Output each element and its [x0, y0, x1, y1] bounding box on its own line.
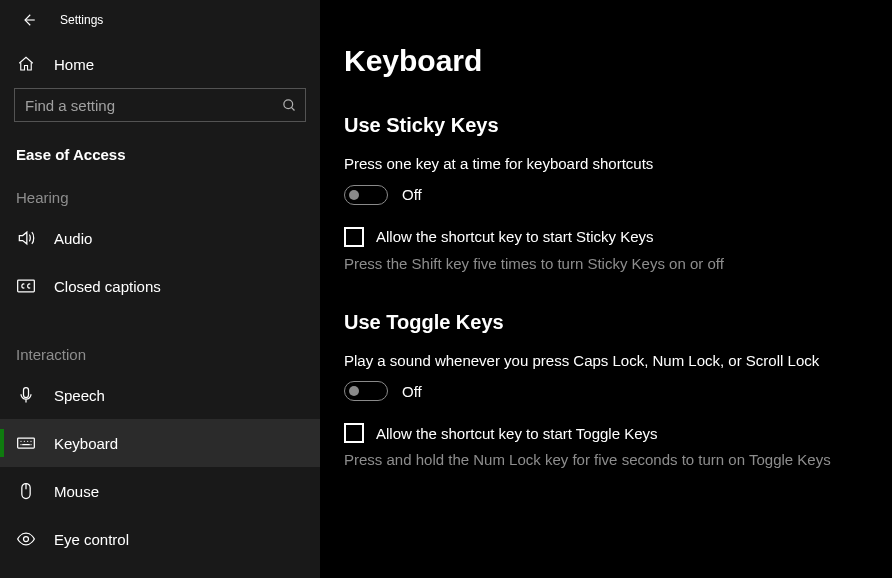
sidebar-item-eye-control[interactable]: Eye control: [0, 515, 320, 563]
sidebar-category-interaction: Interaction: [0, 332, 320, 371]
search-input[interactable]: [15, 89, 305, 121]
toggle-keys-shortcut-checkbox[interactable]: [344, 423, 364, 443]
home-icon: [16, 54, 36, 74]
toggle-state-label: Off: [402, 186, 422, 203]
search-box[interactable]: [14, 88, 306, 122]
section-hint: Press the Shift key five times to turn S…: [344, 253, 852, 275]
main-content: Keyboard Use Sticky Keys Press one key a…: [320, 0, 892, 578]
toggle-state-label: Off: [402, 383, 422, 400]
sidebar: Settings Home Ease of Access Hearing Aud…: [0, 0, 320, 578]
sticky-keys-toggle[interactable]: [344, 185, 388, 205]
sidebar-item-audio[interactable]: Audio: [0, 214, 320, 262]
keyboard-icon: [16, 433, 36, 453]
sidebar-item-mouse[interactable]: Mouse: [0, 467, 320, 515]
search-icon: [281, 97, 297, 113]
section-sticky-keys: Use Sticky Keys Press one key at a time …: [344, 114, 852, 275]
svg-point-0: [283, 99, 292, 108]
checkbox-label: Allow the shortcut key to start Toggle K…: [376, 425, 658, 442]
window-title: Settings: [60, 13, 103, 27]
sidebar-item-label: Mouse: [54, 483, 99, 500]
checkbox-label: Allow the shortcut key to start Sticky K…: [376, 228, 654, 245]
sidebar-item-label: Speech: [54, 387, 105, 404]
sidebar-item-label: Closed captions: [54, 278, 161, 295]
sidebar-item-label: Audio: [54, 230, 92, 247]
back-button[interactable]: [16, 8, 40, 32]
page-title: Keyboard: [344, 44, 852, 78]
svg-point-5: [24, 537, 29, 542]
toggle-keys-toggle[interactable]: [344, 381, 388, 401]
sidebar-item-label: Eye control: [54, 531, 129, 548]
speech-icon: [16, 385, 36, 405]
audio-icon: [16, 228, 36, 248]
sidebar-item-home[interactable]: Home: [0, 40, 320, 88]
sidebar-category-hearing: Hearing: [0, 175, 320, 214]
sidebar-item-keyboard[interactable]: Keyboard: [0, 419, 320, 467]
mouse-icon: [16, 481, 36, 501]
section-desc: Press one key at a time for keyboard sho…: [344, 153, 852, 175]
section-toggle-keys: Use Toggle Keys Play a sound whenever yo…: [344, 311, 852, 472]
home-label: Home: [54, 56, 94, 73]
sidebar-item-closed-captions[interactable]: Closed captions: [0, 262, 320, 310]
sticky-keys-shortcut-checkbox[interactable]: [344, 227, 364, 247]
sidebar-item-label: Keyboard: [54, 435, 118, 452]
titlebar: Settings: [0, 0, 320, 40]
svg-rect-2: [24, 388, 29, 398]
closed-captions-icon: [16, 276, 36, 296]
svg-rect-1: [18, 280, 35, 292]
svg-rect-3: [18, 438, 35, 448]
section-hint: Press and hold the Num Lock key for five…: [344, 449, 852, 471]
arrow-left-icon: [19, 11, 37, 29]
section-title: Use Toggle Keys: [344, 311, 852, 334]
section-title: Use Sticky Keys: [344, 114, 852, 137]
sidebar-item-speech[interactable]: Speech: [0, 371, 320, 419]
sidebar-group-title: Ease of Access: [0, 130, 320, 175]
eye-control-icon: [16, 529, 36, 549]
section-desc: Play a sound whenever you press Caps Loc…: [344, 350, 852, 372]
